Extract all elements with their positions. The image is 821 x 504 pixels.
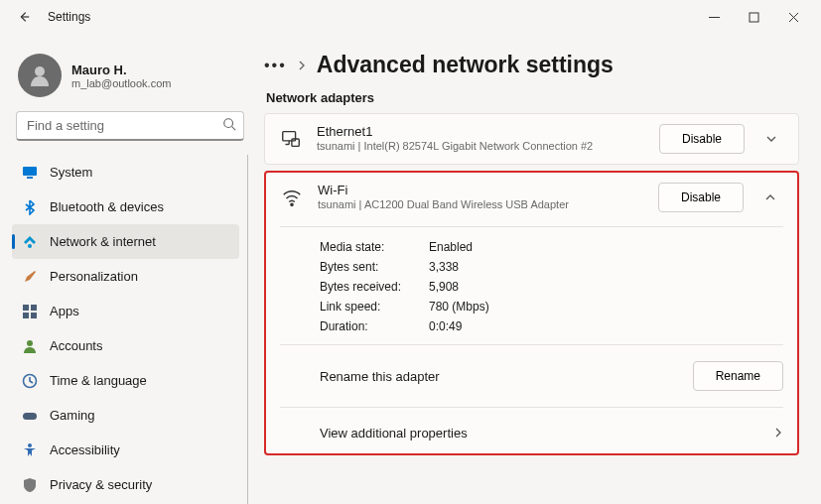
- svg-rect-11: [31, 305, 37, 311]
- bytes-sent-value: 3,338: [429, 260, 459, 274]
- svg-point-22: [291, 203, 293, 205]
- gamepad-icon: [22, 408, 38, 424]
- media-state-value: Enabled: [429, 240, 473, 254]
- shield-icon: [22, 477, 38, 493]
- chevron-up-icon: [764, 191, 776, 203]
- accessibility-icon: [22, 442, 38, 458]
- back-button[interactable]: [14, 7, 34, 27]
- view-properties-row[interactable]: View additional properties: [266, 412, 797, 453]
- sidebar-item-label: Accessibility: [50, 442, 120, 457]
- sidebar-item-time[interactable]: Time & language: [12, 363, 239, 398]
- wifi-icon: [22, 234, 38, 250]
- svg-rect-12: [23, 313, 29, 318]
- wifi-icon: [280, 187, 304, 208]
- avatar: [18, 54, 62, 97]
- svg-rect-13: [31, 313, 37, 318]
- main-content: ••• Advanced network settings Network ad…: [258, 34, 821, 504]
- clock-icon: [22, 373, 38, 389]
- bytes-sent-label: Bytes sent:: [320, 260, 429, 274]
- divider: [280, 407, 783, 408]
- titlebar: Settings: [0, 0, 821, 34]
- bytes-received-value: 5,908: [429, 280, 459, 294]
- rename-row: Rename this adapter Rename: [266, 349, 797, 403]
- svg-rect-10: [23, 305, 29, 311]
- adapter-card-ethernet: Ethernet1 tsunami | Intel(R) 82574L Giga…: [264, 113, 799, 165]
- svg-rect-8: [27, 177, 33, 179]
- maximize-icon: [749, 12, 759, 23]
- arrow-left-icon: [17, 10, 31, 24]
- sidebar: Mauro H. m_lab@outlook.com SystemBluetoo…: [0, 34, 258, 504]
- breadcrumb: ••• Advanced network settings: [264, 52, 799, 78]
- wifi-details: Media state:Enabled Bytes sent:3,338 Byt…: [266, 231, 797, 340]
- close-button[interactable]: [773, 2, 813, 32]
- chevron-right-icon: [773, 424, 783, 441]
- rename-label: Rename this adapter: [320, 369, 440, 384]
- adapter-name: Ethernet1: [317, 124, 645, 139]
- view-properties-label: View additional properties: [320, 426, 468, 441]
- divider: [280, 226, 783, 227]
- svg-line-6: [232, 127, 236, 131]
- avatar-image: [25, 61, 55, 90]
- expand-ethernet[interactable]: [758, 133, 784, 145]
- search-field: [16, 111, 244, 141]
- ethernet-icon: [279, 128, 303, 150]
- sidebar-item-label: Time & language: [50, 373, 147, 388]
- disable-button-ethernet[interactable]: Disable: [659, 124, 745, 154]
- window-title: Settings: [48, 10, 90, 24]
- sidebar-item-label: Apps: [50, 304, 79, 318]
- nav-list: SystemBluetooth & devicesNetwork & inter…: [12, 155, 248, 504]
- profile-block[interactable]: Mauro H. m_lab@outlook.com: [12, 48, 248, 111]
- apps-icon: [22, 304, 38, 319]
- profile-email: m_lab@outlook.com: [71, 77, 171, 89]
- section-title: Network adapters: [266, 90, 799, 105]
- adapter-name: Wi-Fi: [318, 183, 644, 197]
- svg-point-17: [28, 443, 32, 447]
- svg-rect-7: [23, 167, 37, 176]
- sidebar-item-privacy[interactable]: Privacy & security: [12, 467, 239, 502]
- svg-point-9: [28, 244, 32, 248]
- sidebar-item-personalization[interactable]: Personalization: [12, 259, 239, 294]
- link-speed-value: 780 (Mbps): [429, 300, 489, 314]
- sidebar-item-apps[interactable]: Apps: [12, 294, 239, 328]
- search-input[interactable]: [16, 111, 244, 141]
- sidebar-item-label: Personalization: [50, 269, 138, 284]
- duration-value: 0:0:49: [429, 319, 462, 333]
- adapter-desc: tsunami | AC1200 Dual Band Wireless USB …: [318, 197, 644, 211]
- sidebar-item-accounts[interactable]: Accounts: [12, 328, 239, 363]
- sidebar-item-label: System: [50, 165, 92, 180]
- duration-label: Duration:: [320, 319, 429, 333]
- sidebar-item-label: Privacy & security: [50, 477, 152, 492]
- disable-button-wifi[interactable]: Disable: [658, 183, 744, 212]
- svg-point-4: [35, 66, 45, 76]
- sidebar-item-label: Gaming: [50, 408, 95, 423]
- divider: [280, 344, 783, 345]
- profile-name: Mauro H.: [71, 63, 171, 77]
- sidebar-item-accessibility[interactable]: Accessibility: [12, 433, 239, 467]
- chevron-down-icon: [765, 133, 777, 145]
- minimize-icon: [709, 12, 720, 23]
- link-speed-label: Link speed:: [320, 300, 429, 314]
- page-title: Advanced network settings: [317, 52, 614, 78]
- monitor-icon: [22, 165, 38, 181]
- adapter-card-wifi: Wi-Fi tsunami | AC1200 Dual Band Wireles…: [264, 171, 799, 455]
- person-icon: [22, 338, 38, 354]
- minimize-button[interactable]: [694, 2, 734, 32]
- bluetooth-icon: [22, 199, 38, 215]
- brush-icon: [22, 269, 38, 285]
- svg-rect-2: [750, 13, 758, 22]
- media-state-label: Media state:: [320, 240, 429, 254]
- collapse-wifi[interactable]: [757, 191, 783, 203]
- breadcrumb-ellipsis[interactable]: •••: [264, 57, 287, 74]
- sidebar-item-network[interactable]: Network & internet: [12, 224, 239, 259]
- chevron-right-icon: [297, 57, 307, 74]
- sidebar-item-label: Network & internet: [50, 234, 156, 249]
- rename-button[interactable]: Rename: [693, 361, 783, 391]
- maximize-button[interactable]: [734, 2, 773, 32]
- sidebar-item-system[interactable]: System: [12, 155, 239, 189]
- svg-point-14: [27, 340, 33, 346]
- svg-rect-16: [23, 413, 37, 420]
- sidebar-item-gaming[interactable]: Gaming: [12, 398, 239, 433]
- adapter-desc: tsunami | Intel(R) 82574L Gigabit Networ…: [317, 139, 645, 153]
- search-icon: [222, 117, 236, 135]
- sidebar-item-bluetooth[interactable]: Bluetooth & devices: [12, 189, 239, 224]
